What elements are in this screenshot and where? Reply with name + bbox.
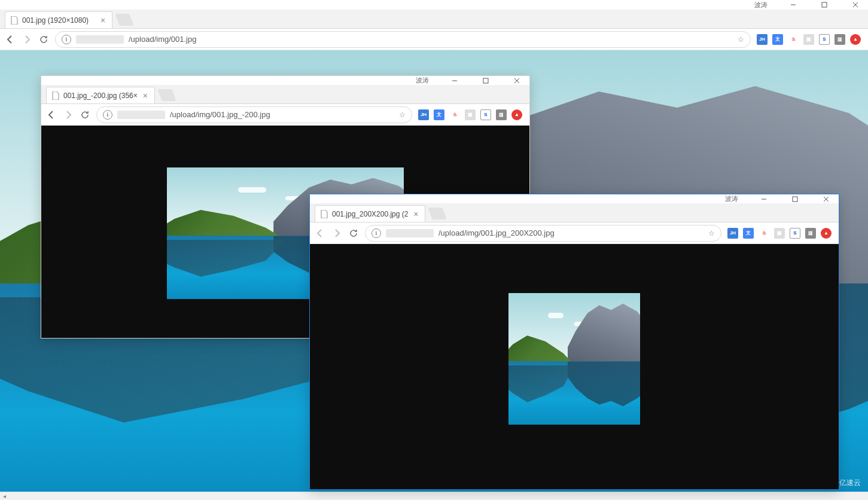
back-button[interactable]: [5, 34, 16, 45]
url-host-redacted: [76, 35, 124, 44]
extension-s-icon[interactable]: S: [480, 109, 491, 120]
svg-rect-9: [793, 197, 797, 202]
user-label: 波涛: [754, 1, 768, 10]
extension-flame-icon[interactable]: ♨: [759, 228, 769, 239]
bookmark-star-icon[interactable]: ☆: [738, 35, 744, 44]
url-path: /upload/img/001.jpg_200X200.jpg: [438, 228, 555, 237]
titlebar-2: 波涛: [41, 76, 529, 85]
minimize-button[interactable]: [783, 1, 803, 9]
main-titlebar: 波涛: [0, 0, 868, 10]
nav-bar: i /upload/img/001.jpg_200X200.jpg ☆ JH 文…: [310, 222, 839, 244]
extension-circle-icon[interactable]: ▲: [511, 109, 522, 120]
tab-close-icon[interactable]: ×: [99, 16, 107, 25]
site-info-icon[interactable]: i: [62, 35, 71, 44]
extensions-row: JH 文 ♨ ▦ S ▥ ▲: [418, 109, 525, 120]
horizontal-scrollbar[interactable]: ◂: [0, 492, 868, 500]
url-path: /upload/img/001.jpg: [129, 35, 196, 44]
address-bar[interactable]: i /upload/img/001.jpg ☆: [55, 31, 751, 48]
url-host-redacted: [386, 229, 434, 237]
extension-square-icon[interactable]: ▥: [805, 228, 816, 239]
address-bar[interactable]: i /upload/img/001.jpg_200X200.jpg ☆: [365, 225, 721, 242]
back-button[interactable]: [315, 228, 325, 239]
maximize-button[interactable]: [785, 195, 805, 203]
extension-circle-icon[interactable]: ▲: [850, 34, 861, 45]
maximize-button[interactable]: [814, 1, 835, 9]
browser-tab[interactable]: 001.jpg_200X200.jpg (2 ×: [315, 205, 425, 222]
address-bar[interactable]: i /upload/img/001.jpg_-200.jpg ☆: [96, 106, 412, 123]
file-icon: [10, 16, 19, 25]
extension-translate-icon[interactable]: 文: [743, 228, 754, 239]
image-content: [508, 293, 640, 425]
user-label: 波涛: [416, 76, 429, 85]
svg-rect-5: [483, 78, 488, 83]
extension-translate-icon[interactable]: 文: [434, 109, 444, 120]
new-tab-button[interactable]: [115, 14, 133, 26]
file-icon: [51, 92, 60, 100]
back-button[interactable]: [46, 109, 57, 120]
nav-bar: i /upload/img/001.jpg ☆ JH 文 ♨ ▦ S ▥ ▲: [0, 29, 868, 50]
titlebar-3: 波涛: [310, 194, 839, 203]
site-info-icon[interactable]: i: [103, 110, 112, 120]
extension-circle-icon[interactable]: ▲: [821, 228, 832, 239]
extension-grid-icon[interactable]: ▦: [465, 109, 476, 120]
forward-button[interactable]: [331, 228, 342, 239]
extension-s-icon[interactable]: S: [790, 228, 800, 239]
minimize-button[interactable]: [444, 77, 465, 85]
close-button[interactable]: [816, 195, 836, 203]
tab-title: 001.jpg (1920×1080): [22, 16, 95, 25]
svg-rect-1: [822, 2, 827, 7]
browser-window-3: 波涛 001.jpg_200X200.jpg (2 × i /upload/im…: [309, 194, 839, 490]
reload-button[interactable]: [80, 109, 90, 120]
extension-jh-icon[interactable]: JH: [757, 34, 768, 45]
forward-button[interactable]: [63, 109, 74, 120]
new-tab-button[interactable]: [157, 89, 176, 101]
site-info-icon[interactable]: i: [371, 228, 381, 238]
scroll-left-icon[interactable]: ◂: [0, 492, 8, 501]
tab-title: 001.jpg_-200.jpg (356×: [63, 92, 138, 100]
nav-bar: i /upload/img/001.jpg_-200.jpg ☆ JH 文 ♨ …: [41, 104, 529, 126]
extension-square-icon[interactable]: ▥: [835, 34, 845, 45]
tab-strip: 001.jpg (1920×1080) ×: [0, 10, 868, 29]
reload-button[interactable]: [348, 228, 359, 239]
tab-strip: 001.jpg_-200.jpg (356× ×: [41, 85, 529, 104]
url-path: /upload/img/001.jpg_-200.jpg: [170, 110, 270, 119]
tab-title: 001.jpg_200X200.jpg (2: [332, 210, 408, 218]
close-button[interactable]: [845, 1, 866, 9]
extension-jh-icon[interactable]: JH: [727, 228, 738, 239]
tab-close-icon[interactable]: ×: [412, 210, 420, 218]
watermark-text: 亿速云: [839, 478, 861, 488]
extension-jh-icon[interactable]: JH: [418, 109, 429, 120]
extension-translate-icon[interactable]: 文: [772, 34, 783, 45]
maximize-button[interactable]: [476, 77, 496, 85]
tab-strip: 001.jpg_200X200.jpg (2 ×: [310, 203, 839, 222]
bookmark-star-icon[interactable]: ☆: [399, 111, 406, 119]
extensions-row: JH 文 ♨ ▦ S ▥ ▲: [727, 228, 834, 239]
extension-square-icon[interactable]: ▥: [496, 109, 507, 120]
forward-button[interactable]: [22, 34, 32, 45]
extension-flame-icon[interactable]: ♨: [449, 109, 460, 120]
file-icon: [320, 210, 328, 218]
user-label: 波涛: [725, 194, 738, 203]
new-tab-button[interactable]: [428, 208, 447, 219]
browser-tab[interactable]: 001.jpg (1920×1080) ×: [5, 11, 112, 28]
close-button[interactable]: [507, 77, 527, 85]
url-host-redacted: [117, 111, 165, 119]
tab-close-icon[interactable]: ×: [141, 92, 150, 100]
viewport-3: [310, 244, 839, 489]
minimize-button[interactable]: [754, 195, 774, 203]
reload-button[interactable]: [38, 34, 49, 45]
extension-s-icon[interactable]: S: [819, 34, 830, 45]
browser-tab[interactable]: 001.jpg_-200.jpg (356× ×: [46, 87, 155, 103]
bookmark-star-icon[interactable]: ☆: [708, 229, 715, 237]
extension-flame-icon[interactable]: ♨: [788, 34, 799, 45]
extension-grid-icon[interactable]: ▦: [774, 228, 785, 239]
extensions-row: JH 文 ♨ ▦ S ▥ ▲: [757, 34, 863, 45]
extension-grid-icon[interactable]: ▦: [803, 34, 814, 45]
